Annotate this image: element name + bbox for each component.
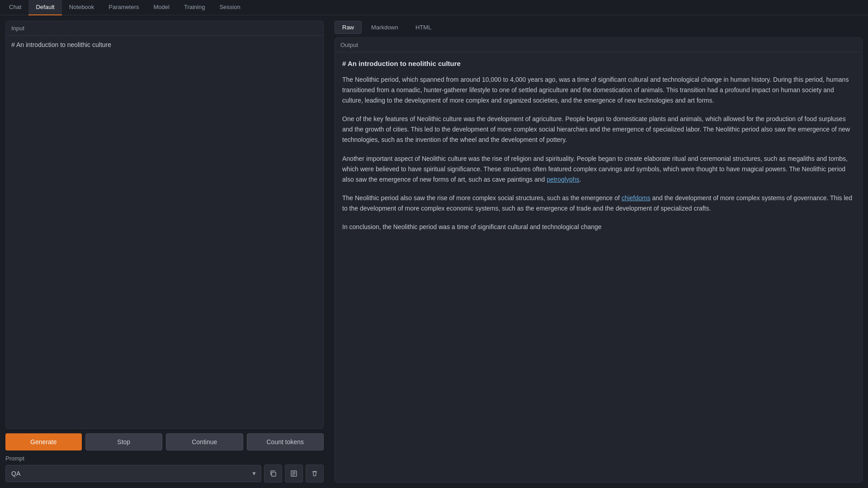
tab-raw[interactable]: Raw <box>335 21 362 34</box>
input-section: Input # An introduction to neolithic cul… <box>5 21 324 429</box>
tab-markdown[interactable]: Markdown <box>363 21 406 34</box>
count-tokens-button[interactable]: Count tokens <box>247 433 324 450</box>
input-textarea[interactable]: # An introduction to neolithic culture <box>6 36 323 428</box>
chiefdoms-link[interactable]: chiefdoms <box>622 194 651 202</box>
prompt-section: Prompt QA ▼ <box>5 455 324 483</box>
delete-icon-button[interactable] <box>306 465 324 483</box>
prompt-label: Prompt <box>5 455 324 462</box>
prompt-select-wrapper: QA ▼ <box>5 465 261 482</box>
main-layout: Input # An introduction to neolithic cul… <box>0 15 868 488</box>
tab-session[interactable]: Session <box>212 0 247 15</box>
tab-html[interactable]: HTML <box>408 21 439 34</box>
prompt-row: QA ▼ <box>5 465 324 483</box>
output-paragraph-2: One of the key features of Neolithic cul… <box>342 114 855 145</box>
output-paragraph-5: In conclusion, the Neolithic period was … <box>342 222 855 232</box>
stop-button[interactable]: Stop <box>85 433 163 450</box>
output-tabs: Raw Markdown HTML <box>335 21 863 34</box>
output-content[interactable]: # An introduction to neolithic culture T… <box>335 52 862 482</box>
svg-rect-0 <box>272 472 276 476</box>
tab-notebook[interactable]: Notebook <box>62 0 102 15</box>
input-label: Input <box>6 21 323 36</box>
output-paragraph-3: Another important aspect of Neolithic cu… <box>342 154 855 185</box>
tab-parameters[interactable]: Parameters <box>101 0 146 15</box>
left-panel: Input # An introduction to neolithic cul… <box>0 15 329 488</box>
output-heading: # An introduction to neolithic culture <box>342 60 855 67</box>
prompt-select[interactable]: QA <box>5 465 261 482</box>
copy-icon-button[interactable] <box>264 465 282 483</box>
tab-model[interactable]: Model <box>146 0 177 15</box>
output-paragraph-4: The Neolithic period also saw the rise o… <box>342 193 855 214</box>
output-section: Output # An introduction to neolithic cu… <box>335 38 863 483</box>
continue-button[interactable]: Continue <box>166 433 243 450</box>
output-paragraph-1: The Neolithic period, which spanned from… <box>342 75 855 106</box>
output-label: Output <box>335 38 862 52</box>
tab-default[interactable]: Default <box>28 0 61 15</box>
tab-training[interactable]: Training <box>177 0 212 15</box>
buttons-row: Generate Stop Continue Count tokens <box>5 433 324 450</box>
top-navigation: Chat Default Notebook Parameters Model T… <box>0 0 868 15</box>
tab-chat[interactable]: Chat <box>2 0 28 15</box>
edit-icon-button[interactable] <box>285 465 303 483</box>
generate-button[interactable]: Generate <box>5 433 82 450</box>
petroglyphs-link[interactable]: petroglyphs <box>547 176 579 183</box>
right-panel: Raw Markdown HTML Output # An introducti… <box>329 15 868 488</box>
